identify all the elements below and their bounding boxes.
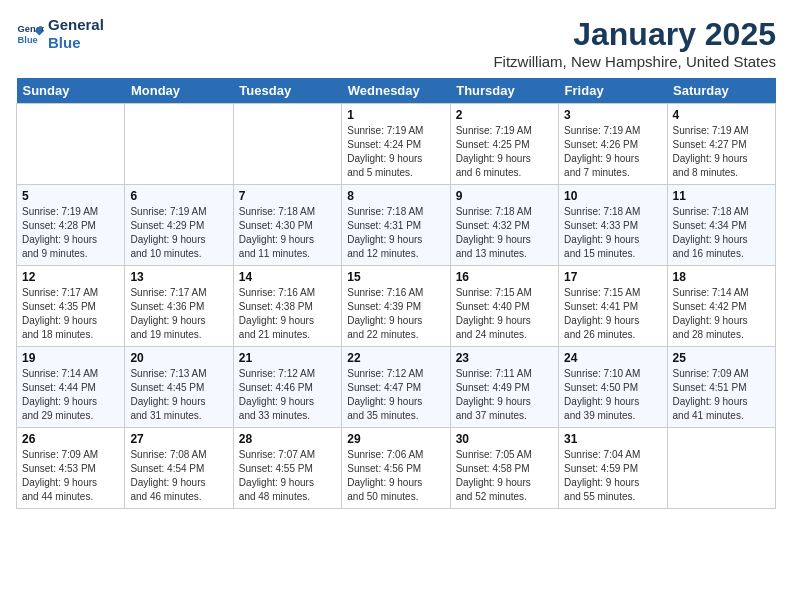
calendar-cell: 14Sunrise: 7:16 AM Sunset: 4:38 PM Dayli… bbox=[233, 266, 341, 347]
day-info: Sunrise: 7:14 AM Sunset: 4:44 PM Dayligh… bbox=[22, 367, 119, 423]
day-number: 15 bbox=[347, 270, 444, 284]
weekday-header-sunday: Sunday bbox=[17, 78, 125, 104]
calendar-cell: 22Sunrise: 7:12 AM Sunset: 4:47 PM Dayli… bbox=[342, 347, 450, 428]
weekday-header-thursday: Thursday bbox=[450, 78, 558, 104]
day-info: Sunrise: 7:18 AM Sunset: 4:33 PM Dayligh… bbox=[564, 205, 661, 261]
calendar-week-row: 26Sunrise: 7:09 AM Sunset: 4:53 PM Dayli… bbox=[17, 428, 776, 509]
day-info: Sunrise: 7:13 AM Sunset: 4:45 PM Dayligh… bbox=[130, 367, 227, 423]
day-number: 24 bbox=[564, 351, 661, 365]
calendar-week-row: 5Sunrise: 7:19 AM Sunset: 4:28 PM Daylig… bbox=[17, 185, 776, 266]
day-info: Sunrise: 7:19 AM Sunset: 4:25 PM Dayligh… bbox=[456, 124, 553, 180]
day-number: 5 bbox=[22, 189, 119, 203]
day-number: 11 bbox=[673, 189, 770, 203]
calendar-cell: 23Sunrise: 7:11 AM Sunset: 4:49 PM Dayli… bbox=[450, 347, 558, 428]
day-number: 27 bbox=[130, 432, 227, 446]
day-number: 21 bbox=[239, 351, 336, 365]
calendar-week-row: 1Sunrise: 7:19 AM Sunset: 4:24 PM Daylig… bbox=[17, 104, 776, 185]
calendar-cell: 25Sunrise: 7:09 AM Sunset: 4:51 PM Dayli… bbox=[667, 347, 775, 428]
day-number: 28 bbox=[239, 432, 336, 446]
day-number: 7 bbox=[239, 189, 336, 203]
month-title: January 2025 bbox=[493, 16, 776, 53]
day-number: 3 bbox=[564, 108, 661, 122]
weekday-header-saturday: Saturday bbox=[667, 78, 775, 104]
weekday-header-monday: Monday bbox=[125, 78, 233, 104]
day-info: Sunrise: 7:19 AM Sunset: 4:29 PM Dayligh… bbox=[130, 205, 227, 261]
calendar-cell: 20Sunrise: 7:13 AM Sunset: 4:45 PM Dayli… bbox=[125, 347, 233, 428]
calendar-cell: 12Sunrise: 7:17 AM Sunset: 4:35 PM Dayli… bbox=[17, 266, 125, 347]
calendar-cell: 7Sunrise: 7:18 AM Sunset: 4:30 PM Daylig… bbox=[233, 185, 341, 266]
calendar-cell: 29Sunrise: 7:06 AM Sunset: 4:56 PM Dayli… bbox=[342, 428, 450, 509]
day-info: Sunrise: 7:17 AM Sunset: 4:35 PM Dayligh… bbox=[22, 286, 119, 342]
day-number: 29 bbox=[347, 432, 444, 446]
day-number: 26 bbox=[22, 432, 119, 446]
day-info: Sunrise: 7:16 AM Sunset: 4:38 PM Dayligh… bbox=[239, 286, 336, 342]
calendar-cell: 3Sunrise: 7:19 AM Sunset: 4:26 PM Daylig… bbox=[559, 104, 667, 185]
calendar-cell: 2Sunrise: 7:19 AM Sunset: 4:25 PM Daylig… bbox=[450, 104, 558, 185]
calendar-cell: 15Sunrise: 7:16 AM Sunset: 4:39 PM Dayli… bbox=[342, 266, 450, 347]
day-info: Sunrise: 7:16 AM Sunset: 4:39 PM Dayligh… bbox=[347, 286, 444, 342]
day-info: Sunrise: 7:19 AM Sunset: 4:28 PM Dayligh… bbox=[22, 205, 119, 261]
day-number: 12 bbox=[22, 270, 119, 284]
day-info: Sunrise: 7:19 AM Sunset: 4:24 PM Dayligh… bbox=[347, 124, 444, 180]
day-number: 14 bbox=[239, 270, 336, 284]
calendar-cell: 27Sunrise: 7:08 AM Sunset: 4:54 PM Dayli… bbox=[125, 428, 233, 509]
day-info: Sunrise: 7:14 AM Sunset: 4:42 PM Dayligh… bbox=[673, 286, 770, 342]
calendar-cell: 9Sunrise: 7:18 AM Sunset: 4:32 PM Daylig… bbox=[450, 185, 558, 266]
day-info: Sunrise: 7:10 AM Sunset: 4:50 PM Dayligh… bbox=[564, 367, 661, 423]
day-info: Sunrise: 7:04 AM Sunset: 4:59 PM Dayligh… bbox=[564, 448, 661, 504]
calendar-cell bbox=[667, 428, 775, 509]
calendar-cell: 4Sunrise: 7:19 AM Sunset: 4:27 PM Daylig… bbox=[667, 104, 775, 185]
calendar-cell: 21Sunrise: 7:12 AM Sunset: 4:46 PM Dayli… bbox=[233, 347, 341, 428]
day-info: Sunrise: 7:17 AM Sunset: 4:36 PM Dayligh… bbox=[130, 286, 227, 342]
day-number: 30 bbox=[456, 432, 553, 446]
day-number: 8 bbox=[347, 189, 444, 203]
day-number: 17 bbox=[564, 270, 661, 284]
calendar-cell: 1Sunrise: 7:19 AM Sunset: 4:24 PM Daylig… bbox=[342, 104, 450, 185]
calendar-cell bbox=[125, 104, 233, 185]
day-info: Sunrise: 7:12 AM Sunset: 4:47 PM Dayligh… bbox=[347, 367, 444, 423]
calendar-cell: 13Sunrise: 7:17 AM Sunset: 4:36 PM Dayli… bbox=[125, 266, 233, 347]
calendar-week-row: 12Sunrise: 7:17 AM Sunset: 4:35 PM Dayli… bbox=[17, 266, 776, 347]
calendar-week-row: 19Sunrise: 7:14 AM Sunset: 4:44 PM Dayli… bbox=[17, 347, 776, 428]
day-number: 4 bbox=[673, 108, 770, 122]
logo: General Blue General Blue bbox=[16, 16, 104, 52]
day-info: Sunrise: 7:18 AM Sunset: 4:31 PM Dayligh… bbox=[347, 205, 444, 261]
day-info: Sunrise: 7:18 AM Sunset: 4:30 PM Dayligh… bbox=[239, 205, 336, 261]
weekday-header-tuesday: Tuesday bbox=[233, 78, 341, 104]
calendar-cell: 26Sunrise: 7:09 AM Sunset: 4:53 PM Dayli… bbox=[17, 428, 125, 509]
day-number: 16 bbox=[456, 270, 553, 284]
day-info: Sunrise: 7:07 AM Sunset: 4:55 PM Dayligh… bbox=[239, 448, 336, 504]
day-info: Sunrise: 7:19 AM Sunset: 4:26 PM Dayligh… bbox=[564, 124, 661, 180]
day-number: 19 bbox=[22, 351, 119, 365]
day-number: 9 bbox=[456, 189, 553, 203]
day-number: 18 bbox=[673, 270, 770, 284]
day-info: Sunrise: 7:09 AM Sunset: 4:51 PM Dayligh… bbox=[673, 367, 770, 423]
calendar-cell: 8Sunrise: 7:18 AM Sunset: 4:31 PM Daylig… bbox=[342, 185, 450, 266]
day-number: 23 bbox=[456, 351, 553, 365]
day-number: 22 bbox=[347, 351, 444, 365]
calendar-cell bbox=[17, 104, 125, 185]
weekday-header-friday: Friday bbox=[559, 78, 667, 104]
day-number: 2 bbox=[456, 108, 553, 122]
page-header: General Blue General Blue January 2025 F… bbox=[16, 16, 776, 70]
day-number: 20 bbox=[130, 351, 227, 365]
day-info: Sunrise: 7:06 AM Sunset: 4:56 PM Dayligh… bbox=[347, 448, 444, 504]
day-number: 6 bbox=[130, 189, 227, 203]
day-info: Sunrise: 7:08 AM Sunset: 4:54 PM Dayligh… bbox=[130, 448, 227, 504]
calendar-cell: 11Sunrise: 7:18 AM Sunset: 4:34 PM Dayli… bbox=[667, 185, 775, 266]
day-info: Sunrise: 7:15 AM Sunset: 4:41 PM Dayligh… bbox=[564, 286, 661, 342]
day-info: Sunrise: 7:05 AM Sunset: 4:58 PM Dayligh… bbox=[456, 448, 553, 504]
calendar-cell: 17Sunrise: 7:15 AM Sunset: 4:41 PM Dayli… bbox=[559, 266, 667, 347]
calendar-cell: 6Sunrise: 7:19 AM Sunset: 4:29 PM Daylig… bbox=[125, 185, 233, 266]
title-block: January 2025 Fitzwilliam, New Hampshire,… bbox=[493, 16, 776, 70]
day-info: Sunrise: 7:09 AM Sunset: 4:53 PM Dayligh… bbox=[22, 448, 119, 504]
location: Fitzwilliam, New Hampshire, United State… bbox=[493, 53, 776, 70]
logo-icon: General Blue bbox=[16, 20, 44, 48]
calendar-cell bbox=[233, 104, 341, 185]
calendar-cell: 18Sunrise: 7:14 AM Sunset: 4:42 PM Dayli… bbox=[667, 266, 775, 347]
day-info: Sunrise: 7:11 AM Sunset: 4:49 PM Dayligh… bbox=[456, 367, 553, 423]
calendar-cell: 28Sunrise: 7:07 AM Sunset: 4:55 PM Dayli… bbox=[233, 428, 341, 509]
day-number: 25 bbox=[673, 351, 770, 365]
calendar-cell: 10Sunrise: 7:18 AM Sunset: 4:33 PM Dayli… bbox=[559, 185, 667, 266]
calendar-cell: 5Sunrise: 7:19 AM Sunset: 4:28 PM Daylig… bbox=[17, 185, 125, 266]
